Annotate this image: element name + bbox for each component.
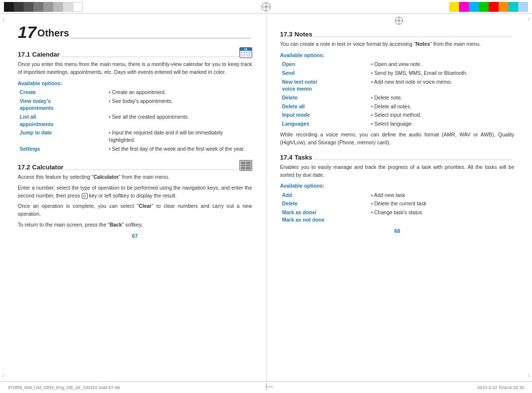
opt-value-jumpdate: Input the required date and it will be i… xyxy=(107,129,252,144)
swatch-5 xyxy=(43,2,53,12)
option-delete-task: Delete Delete the current task xyxy=(280,199,515,208)
opt-label-deleteall: Delete all xyxy=(280,102,369,111)
crosshair-circle-icon xyxy=(262,2,270,11)
opt-label-delete-task: Delete xyxy=(280,199,369,208)
option-languages: Languages Select language. xyxy=(280,120,515,129)
option-settings: Settings Set the first day of the week a… xyxy=(18,144,252,153)
swatch-yellow xyxy=(449,2,459,12)
opt-value-delete-notes: Delete note. xyxy=(369,94,514,102)
section-2-para3: To return to the main screen, press the … xyxy=(18,221,252,229)
page-num-left: 67 xyxy=(18,233,252,239)
opt-value-settings: Set the first day of the week and the fi… xyxy=(107,144,252,153)
swatch-teal xyxy=(508,2,518,12)
chapter-heading: 17 Others xyxy=(18,24,252,40)
swatch-1 xyxy=(4,2,14,12)
chapter-title: Others xyxy=(37,26,69,40)
option-send: Send Send by SMS, MMS, Email or Bluetoot… xyxy=(280,68,515,77)
opt-value-inputmode: Select input method. xyxy=(369,111,514,120)
section-3-intro: You can create a note in text or voice f… xyxy=(280,40,515,48)
section-17-2-heading: 17.2 Calculator xyxy=(18,160,252,171)
swatch-orange xyxy=(499,2,508,12)
top-center-crosshair xyxy=(87,0,445,13)
calendar-icon: 18 ▪▪▪▪ ▪▪▪▪ xyxy=(239,47,252,58)
section-2-para2: Once an operation is complete, you can s… xyxy=(18,202,252,218)
main-content: ┐ ┘ 17 Others 17.1 Calendar 18 ▪▪▪▪ ▪▪▪▪… xyxy=(0,14,532,381)
section-2-intro: Access this feature by selecting "Calcul… xyxy=(18,173,252,181)
option-mark-done: Mark as done/Mark as not done Change tas… xyxy=(280,208,515,224)
page-num-right: 68 xyxy=(280,228,515,234)
section-2-para1: Enter a number, select the type of opera… xyxy=(18,184,252,200)
footer-crosshair-icon xyxy=(180,383,352,392)
swatch-cyan xyxy=(469,2,479,12)
swatch-3 xyxy=(24,2,33,12)
opt-label-languages: Languages xyxy=(280,120,369,129)
opt-value-send: Send by SMS, MMS, Email or Bluetooth. xyxy=(369,68,514,77)
bottom-bar: IP2809_808_UM_GEM_Eng_GB_26_100322.indd … xyxy=(0,381,532,393)
dark-color-blocks xyxy=(0,0,87,13)
swatch-7 xyxy=(63,2,73,12)
opt-value-viewtoday: See today's appointments. xyxy=(107,97,252,112)
swatch-lightblue xyxy=(518,2,528,12)
opt-value-open: Open and view note. xyxy=(369,60,514,69)
swatch-2 xyxy=(14,2,24,12)
bright-swatches xyxy=(449,2,528,12)
section-3-voice-para: While recording a voice memo, you can de… xyxy=(280,131,515,147)
corner-mark-tl: ┐ xyxy=(2,16,5,21)
corner-mark-bl: ┘ xyxy=(2,374,5,379)
opt-label-settings: Settings xyxy=(18,144,107,153)
section-dot-line-3 xyxy=(314,36,512,37)
swatch-red xyxy=(489,2,499,12)
tasks-options-table: Add Add new task Delete Delete the curre… xyxy=(280,191,515,224)
option-new-text-note: New text note/voice memo Add new text no… xyxy=(280,77,515,93)
swatch-4 xyxy=(33,2,43,12)
option-create: Create Create an appointment. xyxy=(18,88,252,97)
opt-label-inputmode: Input mode xyxy=(280,111,369,120)
opt-value-markdone: Change task's status xyxy=(369,208,514,224)
available-options-label-3: Available options: xyxy=(280,183,515,189)
footer-timestamp: 2010-3-22 Tina16:33:30 xyxy=(352,385,524,390)
opt-label-listall: List allappointments xyxy=(18,113,107,129)
option-list-all: List allappointments See all the created… xyxy=(18,113,252,129)
section-dot-line-2 xyxy=(66,169,237,170)
opt-value-deleteall: Delete all notes. xyxy=(369,102,514,111)
bright-color-blocks xyxy=(445,0,532,13)
option-delete: Delete Delete note. xyxy=(280,94,515,102)
chapter-dot-line xyxy=(71,38,250,38)
opt-label-markdone: Mark as done/Mark as not done xyxy=(280,208,369,224)
opt-value-create: Create an appointment. xyxy=(107,88,252,97)
opt-label-delete-notes: Delete xyxy=(280,94,369,102)
available-options-label-1: Available options: xyxy=(18,80,252,86)
opt-value-add: Add new task xyxy=(369,191,514,199)
option-view-today: View today'sappointments See today's app… xyxy=(18,97,252,112)
section-17-4-heading: 17.4 Tasks xyxy=(280,154,515,161)
opt-value-languages: Select language. xyxy=(369,120,514,129)
option-delete-all: Delete all Delete all notes. xyxy=(280,102,515,111)
opt-value-listall: See all the created appointments. xyxy=(107,113,252,129)
corner-mark-tr: ┌ xyxy=(527,16,530,21)
option-input-mode: Input mode Select input method. xyxy=(280,111,515,120)
option-jump-date: Jump to date Input the required date and… xyxy=(18,129,252,144)
section-17-1-heading: 17.1 Calendar 18 ▪▪▪▪ ▪▪▪▪ xyxy=(18,47,252,58)
opt-label-jumpdate: Jump to date xyxy=(18,129,107,144)
page-left: ┐ ┘ 17 Others 17.1 Calendar 18 ▪▪▪▪ ▪▪▪▪… xyxy=(0,14,266,381)
section-dot-line-1 xyxy=(62,57,237,57)
chapter-num: 17 xyxy=(18,24,36,40)
calculator-icon xyxy=(239,160,252,171)
opt-label-newtextnote: New text note/voice memo xyxy=(280,77,369,93)
footer-filename: IP2809_808_UM_GEM_Eng_GB_26_100322.indd … xyxy=(8,385,180,390)
opt-label-add: Add xyxy=(280,191,369,199)
opt-label-open: Open xyxy=(280,60,369,69)
option-add-task: Add Add new task xyxy=(280,191,515,199)
page-right: ┌ └ 17.3 Notes You can create a note in … xyxy=(266,14,532,381)
section-17-3-heading: 17.3 Notes xyxy=(280,31,515,38)
section-dot-line-4 xyxy=(314,160,512,160)
top-bar xyxy=(0,0,532,14)
opt-value-delete-task: Delete the current task xyxy=(369,199,514,208)
swatch-8 xyxy=(73,2,83,12)
opt-label-viewtoday: View today'sappointments xyxy=(18,97,107,112)
opt-value-newtextnote: Add new text note or voice memo. xyxy=(369,77,514,93)
swatch-green xyxy=(479,2,489,12)
swatch-magenta xyxy=(459,2,469,12)
page-center-crosshair xyxy=(395,17,403,25)
opt-label-create: Create xyxy=(18,88,107,97)
